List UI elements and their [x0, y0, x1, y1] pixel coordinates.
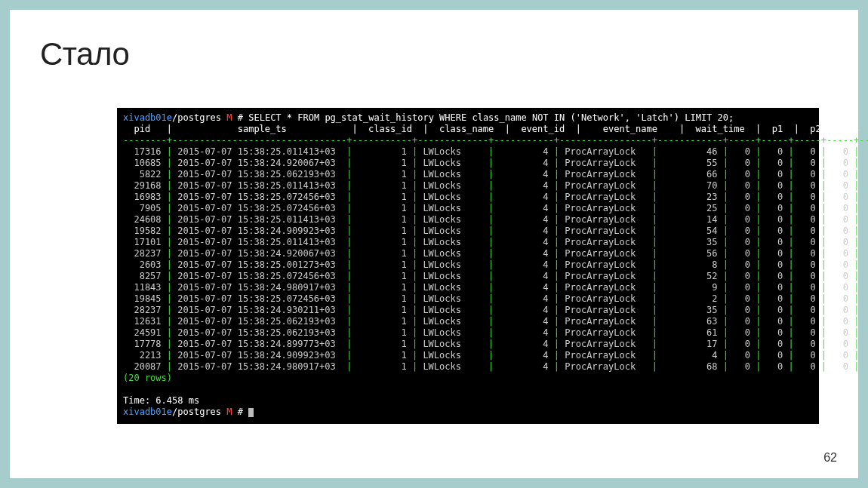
- prompt-host: xivadb01e: [123, 112, 172, 123]
- table-row: 17316 | 2015-07-07 15:38:25.011413+03 | …: [123, 146, 813, 158]
- table-body: 17316 | 2015-07-07 15:38:25.011413+03 | …: [123, 146, 813, 373]
- table-row: 28237 | 2015-07-07 15:38:24.930211+03 | …: [123, 305, 813, 316]
- table-row: 12631 | 2015-07-07 15:38:25.062193+03 | …: [123, 316, 813, 327]
- cursor-icon: [248, 408, 254, 417]
- row-count: (20 rows): [123, 373, 813, 384]
- table-row: 7905 | 2015-07-07 15:38:25.072456+03 | 1…: [123, 203, 813, 214]
- table-row: 2603 | 2015-07-07 15:38:25.001273+03 | 1…: [123, 259, 813, 271]
- slide: Стало xivadb01e/postgres M # SELECT * FR…: [10, 10, 858, 478]
- prompt-path: /postgres: [172, 112, 221, 123]
- table-row: 8257 | 2015-07-07 15:38:25.072456+03 | 1…: [123, 271, 813, 282]
- table-row: 19582 | 2015-07-07 15:38:24.909923+03 | …: [123, 226, 813, 237]
- table-row: 29168 | 2015-07-07 15:38:25.011413+03 | …: [123, 180, 813, 192]
- table-row: 2213 | 2015-07-07 15:38:24.909923+03 | 1…: [123, 350, 813, 361]
- table-row: 11843 | 2015-07-07 15:38:24.980917+03 | …: [123, 282, 813, 293]
- slide-title: Стало: [40, 36, 129, 72]
- table-header: pid | sample_ts | class_id | class_name …: [123, 124, 813, 135]
- table-row: 24591 | 2015-07-07 15:38:25.062193+03 | …: [123, 327, 813, 339]
- table-row: 17101 | 2015-07-07 15:38:25.011413+03 | …: [123, 237, 813, 248]
- table-row: 24608 | 2015-07-07 15:38:25.011413+03 | …: [123, 214, 813, 226]
- prompt-host: xivadb01e: [123, 407, 172, 417]
- prompt-hash: #: [238, 112, 243, 123]
- prompt-hash: #: [238, 407, 243, 417]
- table-row: 28237 | 2015-07-07 15:38:24.920067+03 | …: [123, 248, 813, 259]
- table-row: 16983 | 2015-07-07 15:38:25.072456+03 | …: [123, 192, 813, 203]
- prompt-line-1: xivadb01e/postgres M # SELECT * FROM pg_…: [123, 112, 813, 124]
- prompt-marker: M: [226, 407, 232, 417]
- prompt-line-2: xivadb01e/postgres M #: [123, 407, 813, 418]
- table-row: 5822 | 2015-07-07 15:38:25.062193+03 | 1…: [123, 169, 813, 180]
- table-separator: --------+-------------------------------…: [123, 135, 813, 146]
- table-row: 20087 | 2015-07-07 15:38:24.980917+03 | …: [123, 361, 813, 373]
- table-row: 19845 | 2015-07-07 15:38:25.072456+03 | …: [123, 293, 813, 305]
- terminal-output: xivadb01e/postgres M # SELECT * FROM pg_…: [117, 108, 819, 424]
- blank-line: [123, 384, 813, 395]
- prompt-marker: M: [226, 112, 232, 123]
- prompt-path: /postgres: [172, 407, 221, 417]
- time-line: Time: 6.458 ms: [123, 395, 813, 407]
- table-row: 17778 | 2015-07-07 15:38:24.899773+03 | …: [123, 339, 813, 350]
- table-row: 10685 | 2015-07-07 15:38:24.920067+03 | …: [123, 158, 813, 169]
- page-number: 62: [823, 451, 837, 465]
- sql-query: SELECT * FROM pg_stat_wait_history WHERE…: [248, 112, 734, 123]
